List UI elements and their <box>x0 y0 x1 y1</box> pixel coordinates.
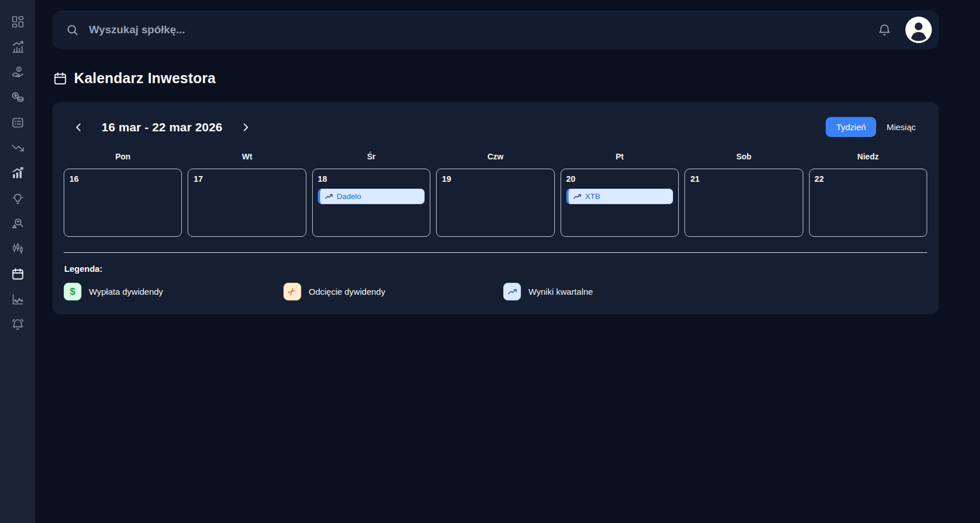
legend-label: Wypłata dywidendy <box>89 287 163 296</box>
day-header-sr: Śr <box>312 152 430 161</box>
legend-item-dividend-payout: $ Wypłata dywidendy <box>64 283 283 300</box>
day-number: 21 <box>690 174 797 184</box>
dollar-icon: $ <box>64 283 81 300</box>
legend-item-dividend-cutoff: ✂ Odcięcie dywidendy <box>283 283 503 300</box>
page-title-row: Kalendarz Inwestora <box>52 70 939 87</box>
day-number: 20 <box>566 174 673 184</box>
chevron-left-icon <box>73 122 84 133</box>
day-header-sob: Sob <box>685 152 803 161</box>
day-number: 22 <box>815 174 921 184</box>
search-input[interactable] <box>88 23 874 37</box>
bell-icon <box>11 318 25 331</box>
week-view-button[interactable]: Tydzień <box>826 117 876 137</box>
legend-divider <box>64 252 927 253</box>
legend-row: $ Wypłata dywidendy ✂ Odcięcie dywidendy… <box>64 283 927 300</box>
sidebar-item-dashboard[interactable] <box>11 15 25 29</box>
calendar-icon <box>11 267 25 281</box>
sidebar-item-hand-coin[interactable] <box>11 65 25 79</box>
event-label: Dadelo <box>337 192 361 201</box>
day-header-wt: Wt <box>188 152 306 161</box>
day-cell-16: 16 <box>64 169 182 237</box>
day-header-pon: Pon <box>64 152 182 161</box>
sidebar-item-coins[interactable] <box>11 91 25 104</box>
day-header-pt: Pt <box>561 152 679 161</box>
date-range-label: 16 mar - 22 mar 2026 <box>102 120 223 134</box>
main-content: Kalendarz Inwestora 16 mar - 22 mar 2026… <box>36 0 980 523</box>
coins-icon <box>11 91 25 104</box>
hand-coin-icon <box>11 65 25 79</box>
day-cell-22: 22 <box>809 169 927 237</box>
day-cell-19: 19 <box>436 169 554 237</box>
user-icon <box>905 17 932 43</box>
checklist-icon <box>11 116 25 130</box>
prev-week-button[interactable] <box>71 119 87 135</box>
day-cell-17: 17 <box>188 169 306 237</box>
view-toggle: Tydzień Miesiąc <box>826 117 921 137</box>
day-number: 16 <box>69 174 176 184</box>
sidebar-item-trending-down[interactable] <box>11 141 25 155</box>
scissors-icon: ✂ <box>283 283 301 300</box>
candlestick-icon <box>11 242 25 256</box>
trending-up-icon <box>503 283 521 300</box>
legend-item-quarterly-results: Wyniki kwartalne <box>503 283 723 300</box>
event-chip-xtb[interactable]: XTB <box>566 189 673 204</box>
search-icon <box>66 24 79 36</box>
sidebar-item-notifications[interactable] <box>11 318 25 331</box>
calendar-nav: 16 mar - 22 mar 2026 Tydzień Miesiąc <box>64 116 927 137</box>
event-chip-dadelo[interactable]: Dadelo <box>318 189 425 204</box>
sidebar-item-calendar[interactable] <box>11 267 25 281</box>
day-cell-21: 21 <box>685 169 803 237</box>
chart-growth-icon <box>11 166 25 180</box>
lightbulb-icon <box>11 192 25 205</box>
sidebar-item-checklist[interactable] <box>11 116 25 130</box>
trending-up-icon <box>325 193 333 201</box>
day-number: 19 <box>442 174 549 184</box>
legend-label: Wyniki kwartalne <box>528 287 593 296</box>
sidebar-item-bar-chart[interactable] <box>11 40 25 54</box>
page-title: Kalendarz Inwestora <box>74 70 216 87</box>
calendar-card: 16 mar - 22 mar 2026 Tydzień Miesiąc Pon… <box>52 102 939 314</box>
day-cell-18: 18 Dadelo <box>312 169 430 237</box>
dashboard-icon <box>11 15 25 29</box>
day-headers: Pon Wt Śr Czw Pt Sob Niedz <box>64 152 927 161</box>
calendar-week-grid: 16 17 18 Dadelo 19 20 XTB <box>64 169 927 237</box>
day-header-niedz: Niedz <box>809 152 927 161</box>
chevron-right-icon <box>240 122 251 133</box>
bell-icon <box>877 23 892 37</box>
sidebar-item-chart-growth[interactable] <box>11 166 25 180</box>
trending-down-icon <box>11 141 25 155</box>
day-cell-20: 20 XTB <box>561 169 679 237</box>
calendar-icon <box>53 71 68 86</box>
trending-up-icon <box>573 193 581 201</box>
scissors-glyph: ✂ <box>285 284 300 299</box>
sidebar <box>0 0 36 523</box>
day-number: 17 <box>193 174 300 184</box>
top-bar <box>52 10 939 49</box>
notifications-bell-button[interactable] <box>874 19 895 41</box>
user-avatar[interactable] <box>905 17 932 43</box>
chart-line-icon <box>11 292 25 306</box>
month-view-button[interactable]: Miesiąc <box>881 117 921 137</box>
next-week-button[interactable] <box>238 119 254 135</box>
sidebar-item-analysis[interactable] <box>11 217 25 231</box>
analysis-icon <box>11 217 25 231</box>
sidebar-item-candlestick[interactable] <box>11 242 25 256</box>
event-label: XTB <box>585 192 600 201</box>
legend-title: Legenda: <box>64 264 927 274</box>
legend-label: Odcięcie dywidendy <box>309 287 385 296</box>
sidebar-item-lightbulb[interactable] <box>11 192 25 205</box>
bar-chart-icon <box>11 40 25 54</box>
dollar-glyph: $ <box>70 286 75 298</box>
calendar-nav-left: 16 mar - 22 mar 2026 <box>71 119 254 135</box>
sidebar-item-chart-line[interactable] <box>11 292 25 306</box>
day-number: 18 <box>318 174 425 184</box>
day-header-czw: Czw <box>436 152 554 161</box>
